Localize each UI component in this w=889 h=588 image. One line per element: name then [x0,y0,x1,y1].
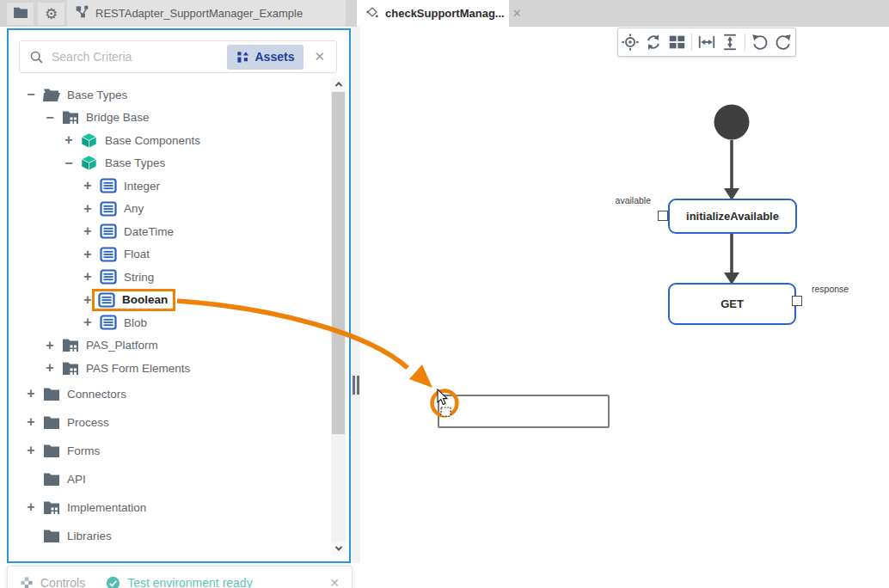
grid-view-icon[interactable] [666,32,687,52]
close-tab-icon[interactable]: ✕ [512,7,522,20]
redo-icon[interactable] [773,32,794,52]
fit-width-icon[interactable] [696,32,717,52]
tree-item-label: Libraries [67,530,112,542]
tree-item-label: Implementation [67,501,146,514]
tree-item-implementation[interactable]: +Implementation [12,493,325,522]
collapse-icon[interactable]: − [43,110,57,126]
workspace-folder-button[interactable] [7,3,34,25]
tree-item-label: Connectors [67,388,126,401]
status-bar: Controls Test environment ready ✕ [7,566,353,588]
expand-icon[interactable]: + [24,499,38,515]
search-icon [29,50,44,64]
tree-item-datetime[interactable]: +DateTime [12,220,325,243]
tree-item-label: Process [67,416,109,429]
close-status-icon[interactable]: ✕ [329,576,340,588]
expand-icon[interactable]: + [24,443,38,458]
tree-item-libraries[interactable]: Libraries [12,522,325,550]
port-label-available: available [606,195,651,205]
expand-icon[interactable]: + [81,269,95,285]
datatype-icon [98,292,116,308]
refresh-layout-icon[interactable] [643,32,664,52]
scrollbar-thumb[interactable] [332,92,345,434]
assets-filter-button[interactable]: Assets [227,45,304,70]
expand-icon[interactable]: + [81,224,95,239]
tree-item-base-components[interactable]: +Base Components [12,129,325,152]
gear-icon: ⚙ [45,5,58,23]
action-node-initialize[interactable]: initializeAvailable [668,199,797,234]
datatype-icon [100,269,118,285]
folder-icon [43,444,61,458]
splitter-grip-icon[interactable] [353,376,360,395]
tree-item-base-types[interactable]: −Base Types [12,83,325,107]
environment-status: Test environment ready [106,576,253,588]
diagram-toolbar [617,28,796,57]
tree-item-integer[interactable]: +Integer [12,175,325,198]
tree-item-label: Boolean [122,293,168,306]
tree-item-label: DateTime [124,225,174,238]
controls-toggle[interactable]: Controls [20,576,85,588]
check-circle-icon [106,576,120,588]
tree-item-float[interactable]: +Float [12,243,325,266]
tree-item-label: Forms [67,444,100,457]
folder-icon [43,415,61,430]
datatype-icon [100,315,118,330]
tab-workspace[interactable]: RESTAdapter_SupportManager_Example [67,0,346,27]
tree-item-pas-form-elements[interactable]: +PAS Form Elements [12,357,325,380]
tree-item-forms[interactable]: +Forms [12,437,325,465]
fit-height-icon[interactable] [720,32,740,52]
scroll-up-icon[interactable] [331,77,346,91]
collapse-icon[interactable]: − [62,156,76,171]
tree-item-string[interactable]: +String [12,266,325,289]
controls-icon [20,576,34,588]
collapse-icon[interactable]: − [24,87,38,102]
undo-icon[interactable] [750,32,770,52]
folder-project-icon [62,110,80,125]
expand-icon[interactable]: + [24,414,38,430]
tree-item-pas-platform[interactable]: +PAS_Platform [12,334,325,358]
workspace-tab-label: RESTAdapter_SupportManager_Example [95,7,303,20]
clear-search-icon[interactable]: ✕ [314,49,325,64]
output-port-available[interactable] [658,211,668,221]
tree-item-blob[interactable]: +Blob [12,311,325,334]
scroll-down-icon[interactable] [331,542,346,555]
tree-item-base-types[interactable]: −Base Types [12,152,325,175]
folder-icon [43,529,61,543]
expand-icon[interactable]: + [81,315,95,330]
top-tab-bar: ⚙ RESTAdapter_SupportManager_Example [0,0,889,27]
tree-item-bridge-base[interactable]: −Bridge Base [12,107,325,130]
center-view-icon[interactable] [620,32,641,52]
assets-button-label: Assets [255,50,295,64]
expand-icon[interactable]: + [81,201,95,217]
search-input[interactable] [52,50,227,64]
tree-item-label: Bridge Base [86,111,150,124]
tree-item-connectors[interactable]: +Connectors [12,380,325,408]
start-event-node[interactable] [714,105,750,140]
tree-item-label: Base Types [105,156,165,169]
component-cube-icon [81,132,99,149]
expand-icon[interactable]: + [43,360,57,376]
toolbar-separator [691,34,692,51]
folder-open-icon [43,88,61,102]
tree-item-label: Blob [124,316,147,329]
status-message: Test environment ready [127,576,253,588]
settings-button[interactable]: ⚙ [38,3,64,25]
tab-diagram-active[interactable]: checkSupportManag... ✕ [357,0,509,27]
expand-icon[interactable]: + [81,247,95,262]
action-node-get[interactable]: GET [668,283,796,325]
drag-source-highlight: Boolean [92,289,175,311]
expand-icon[interactable]: + [62,132,76,148]
tree-item-api[interactable]: API [12,465,325,493]
expand-icon[interactable]: + [81,178,95,193]
drop-target-rect[interactable] [438,395,610,428]
asset-browser-panel: Assets ✕ −Base Types−Bridge Base+Base Co… [7,28,351,563]
output-port-response[interactable] [792,296,802,306]
expand-icon[interactable]: + [24,386,38,401]
tree-item-process[interactable]: +Process [12,408,325,437]
expand-icon[interactable]: + [43,338,57,353]
tree-item-any[interactable]: +Any [12,198,325,221]
datatype-icon [100,178,118,193]
folder-project-icon [43,500,61,515]
tree-scrollbar[interactable] [331,77,346,555]
tree-item-label: Integer [124,180,160,193]
tree-item-boolean[interactable]: +Boolean [12,289,325,312]
